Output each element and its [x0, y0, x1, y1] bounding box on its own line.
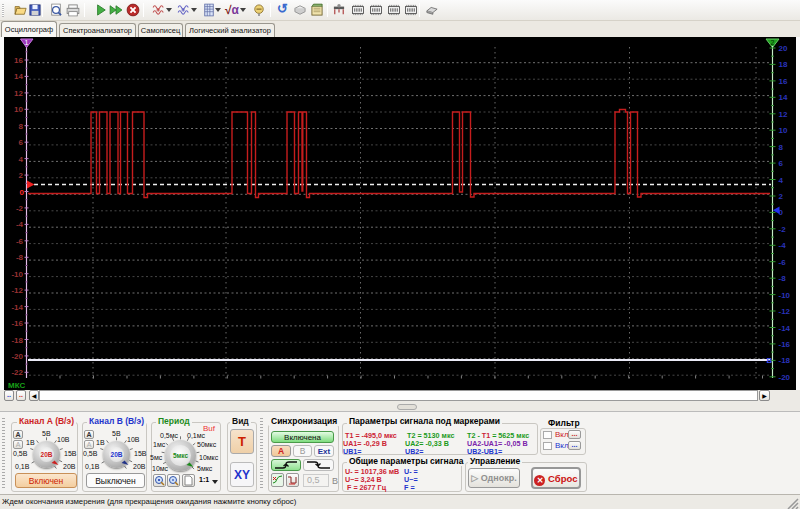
- svg-text:20: 20: [779, 44, 788, 53]
- svg-text:2: 2: [779, 192, 784, 201]
- svg-text:2: 2: [771, 39, 775, 46]
- svg-text:-10: -10: [11, 270, 23, 279]
- svg-text:16: 16: [779, 77, 788, 86]
- svg-text:-16: -16: [779, 340, 791, 349]
- svg-text:12: 12: [14, 89, 23, 98]
- svg-text:-14: -14: [779, 324, 791, 333]
- svg-text:-4: -4: [16, 220, 24, 229]
- svg-text:МКС: МКС: [8, 381, 25, 390]
- svg-text:-8: -8: [779, 274, 787, 283]
- svg-text:-16: -16: [11, 319, 23, 328]
- svg-text:-18: -18: [779, 356, 791, 365]
- svg-text:-2: -2: [16, 204, 24, 213]
- svg-text:8: 8: [779, 143, 784, 152]
- svg-text:-6: -6: [16, 237, 24, 246]
- svg-text:1: 1: [25, 39, 29, 46]
- svg-text:-4: -4: [779, 241, 787, 250]
- svg-text:0: 0: [20, 188, 25, 197]
- svg-text:-20: -20: [779, 373, 791, 382]
- svg-text:8: 8: [19, 122, 24, 131]
- svg-text:-10: -10: [779, 291, 791, 300]
- svg-text:-18: -18: [11, 336, 23, 345]
- svg-text:16: 16: [14, 56, 23, 65]
- svg-text:-8: -8: [16, 253, 24, 262]
- svg-text:14: 14: [779, 93, 788, 102]
- svg-text:-6: -6: [779, 258, 787, 267]
- svg-text:4: 4: [19, 155, 24, 164]
- svg-text:-2: -2: [779, 225, 787, 234]
- svg-text:-12: -12: [11, 286, 23, 295]
- svg-text:6: 6: [19, 138, 24, 147]
- svg-text:-12: -12: [779, 307, 791, 316]
- svg-text:2: 2: [19, 171, 24, 180]
- svg-text:12: 12: [779, 110, 788, 119]
- svg-text:18: 18: [779, 60, 788, 69]
- svg-text:10: 10: [779, 126, 788, 135]
- svg-text:6: 6: [779, 159, 784, 168]
- svg-text:-20: -20: [11, 352, 23, 361]
- svg-text:-22: -22: [11, 368, 23, 377]
- svg-text:10: 10: [14, 105, 23, 114]
- svg-text:4: 4: [779, 176, 784, 185]
- svg-text:B: B: [767, 356, 773, 365]
- svg-text:-14: -14: [11, 303, 23, 312]
- svg-text:14: 14: [14, 72, 23, 81]
